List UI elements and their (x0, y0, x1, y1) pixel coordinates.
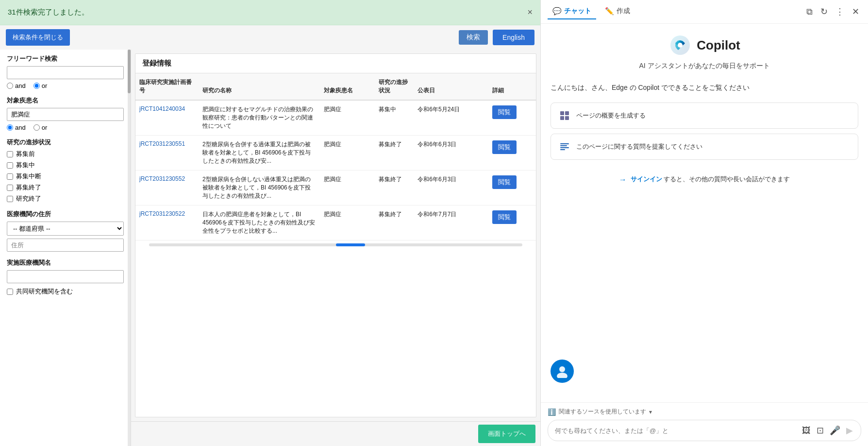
top-button[interactable]: 画面トップへ (478, 425, 535, 443)
results-table: 臨床研究実施計画番号 研究の名称 対象疾患名 研究の進捗状況 (135, 73, 536, 240)
more-button[interactable]: ⋮ (834, 4, 846, 19)
close-copilot-button[interactable]: ✕ (850, 4, 861, 19)
h-scroll-thumb[interactable] (336, 243, 365, 246)
sidebar: フリーワード検索 and or 対象疾患名 (0, 50, 131, 446)
facility-name-input[interactable] (7, 270, 124, 283)
search-button[interactable]: 検索 (459, 30, 488, 45)
avatar-area (551, 350, 858, 393)
status-section: 研究の進捗状況 募集前 募集中 募集中断 募集終了 研究終了 (7, 138, 124, 203)
suggestion-questions[interactable]: このページに関する質問を提案してください (551, 134, 858, 160)
cell-name: 肥満症に対するセマグルチドの治療効果の観察研究：患者の食行動パターンとの関連性に… (199, 100, 320, 136)
copilot-header: 💬 チャット ✏️ 作成 ⧉ ↻ ⋮ ✕ (541, 0, 868, 24)
freeword-label: フリーワード検索 (7, 54, 124, 63)
source-row[interactable]: ℹ️ 関連するソースを使用しています ▾ (548, 408, 861, 416)
freeword-radio-group: and or (7, 82, 124, 89)
cell-name: 日本人の肥満症患者を対象として，BI 456906を皮下投与したときの有効性及び… (199, 206, 320, 240)
left-panel: 31件検索完了しました。 × 検索条件を閉じる 検索 English フリーワー… (0, 0, 540, 446)
view-button[interactable]: 閲覧 (492, 210, 517, 224)
status-checkbox-ended[interactable]: 募集終了 (7, 183, 124, 192)
sidebar-scrollbar-track (128, 50, 131, 446)
close-conditions-button[interactable]: 検索条件を閉じる (6, 29, 70, 46)
suggestion-summary[interactable]: ページの概要を生成する (551, 103, 858, 129)
refresh-button[interactable]: ↻ (818, 4, 830, 19)
image-btn[interactable]: 🖼 (801, 425, 812, 437)
table-row: jRCT1041240034 肥満症に対するセマグルチドの治療効果の観察研究：患… (135, 100, 536, 136)
table-header-row: 臨床研究実施計画番号 研究の名称 対象疾患名 研究の進捗状況 (135, 73, 536, 100)
avatar (551, 360, 574, 383)
copilot-footer: ℹ️ 関連するソースを使用しています ▾ 🖼 ⊡ 🎤 ▶ (541, 402, 868, 446)
view-button[interactable]: 閲覧 (492, 175, 517, 189)
freeword-input[interactable] (7, 66, 124, 79)
copilot-title: Copilot (697, 38, 740, 53)
prefecture-select[interactable]: -- 都道府県 -- (7, 222, 124, 236)
disease-radio-group: and or (7, 124, 124, 131)
chat-icon: 💬 (552, 7, 562, 16)
svg-rect-9 (560, 149, 565, 150)
facility-location-section: 医療機関の住所 -- 都道府県 -- (7, 210, 124, 252)
banner-close-button[interactable]: × (527, 7, 533, 17)
address-input[interactable] (7, 239, 124, 252)
section-title: 登録情報 (135, 54, 536, 73)
questions-icon (558, 140, 571, 154)
status-checkbox-recruiting[interactable]: 募集中 (7, 161, 124, 170)
freeword-and-radio[interactable]: and (7, 82, 26, 89)
h-scroll-bar[interactable] (149, 243, 522, 246)
status-checkbox-completed[interactable]: 研究終了 (7, 194, 124, 203)
cell-disease: 肥満症 (320, 171, 375, 206)
h-scroll-container (135, 240, 536, 249)
tab-chat[interactable]: 💬 チャット (548, 4, 596, 19)
view-button[interactable]: 閲覧 (492, 105, 517, 119)
summary-icon (558, 109, 571, 122)
view-button[interactable]: 閲覧 (492, 140, 517, 154)
suggestion-questions-text: このページに関する質問を提案してください (576, 142, 702, 151)
disease-or-radio[interactable]: or (33, 124, 48, 131)
svg-rect-4 (560, 116, 564, 120)
cell-status: 募集終了 (375, 206, 414, 240)
crop-btn[interactable]: ⊡ (816, 424, 825, 437)
table-row: jRCT2031230551 2型糖尿病を合併する過体重又は肥満の被験者を対象と… (135, 136, 536, 171)
joint-research-checkbox[interactable]: 共同研究機関を含む (7, 287, 124, 296)
mic-btn[interactable]: 🎤 (829, 424, 841, 437)
disease-and-radio[interactable]: and (7, 124, 26, 131)
cell-status: 募集中 (375, 100, 414, 136)
source-text: 関連するソースを使用しています (559, 408, 646, 416)
cell-name: 2型糖尿病を合併する過体重又は肥満の被験者を対象として，BI 456906を皮下… (199, 136, 320, 171)
th-disease: 対象疾患名 (320, 73, 375, 100)
cell-id: jRCT2031230551 (135, 136, 199, 171)
cell-id: jRCT2031230522 (135, 206, 199, 240)
copilot-input[interactable] (555, 427, 797, 434)
svg-point-1 (678, 43, 683, 48)
cell-disease: 肥満症 (320, 206, 375, 240)
copilot-logo-icon (668, 34, 692, 57)
cell-name: 2型糖尿病を合併しない過体重又は肥満の被験者を対象として，BI 456906を皮… (199, 171, 320, 206)
english-button[interactable]: English (493, 30, 534, 45)
copilot-greeting: こんにちは、さん、Edge の Copilot でできることをご覧ください (551, 82, 858, 93)
tab-compose[interactable]: ✏️ 作成 (600, 4, 635, 19)
status-checkbox-before[interactable]: 募集前 (7, 150, 124, 158)
send-btn[interactable]: ▶ (845, 424, 854, 437)
content-area: フリーワード検索 and or 対象疾患名 (0, 50, 540, 446)
info-icon: ℹ️ (548, 408, 556, 416)
svg-rect-2 (560, 111, 564, 115)
copilot-subtitle: AI アシスタントがあなたの毎日をサポート (639, 62, 769, 70)
facility-name-label: 実施医療機関名 (7, 258, 124, 267)
cell-id: jRCT1041240034 (135, 100, 199, 136)
copilot-actions: ⧉ ↻ ⋮ ✕ (804, 4, 861, 19)
sidebar-scrollbar-thumb[interactable] (128, 50, 131, 93)
avatar-icon (555, 364, 569, 378)
copilot-tabs: 💬 チャット ✏️ 作成 (548, 4, 635, 19)
svg-point-11 (557, 373, 568, 378)
signin-prompt: → サインイン すると、その他の質問や長い会話ができます (619, 174, 790, 184)
disease-label: 対象疾患名 (7, 96, 124, 105)
freeword-or-radio[interactable]: or (33, 82, 48, 89)
disease-section: 対象疾患名 and or (7, 96, 124, 131)
signin-arrow-icon: → (619, 175, 627, 184)
cell-status: 募集終了 (375, 136, 414, 171)
th-id: 臨床研究実施計画番号 (135, 73, 199, 100)
cell-disease: 肥満症 (320, 136, 375, 171)
disease-input[interactable] (7, 108, 124, 121)
status-checkbox-suspended[interactable]: 募集中断 (7, 172, 124, 181)
th-status: 研究の進捗状況 (375, 73, 414, 100)
open-button[interactable]: ⧉ (804, 5, 815, 19)
signin-link[interactable]: サインイン (631, 175, 662, 183)
